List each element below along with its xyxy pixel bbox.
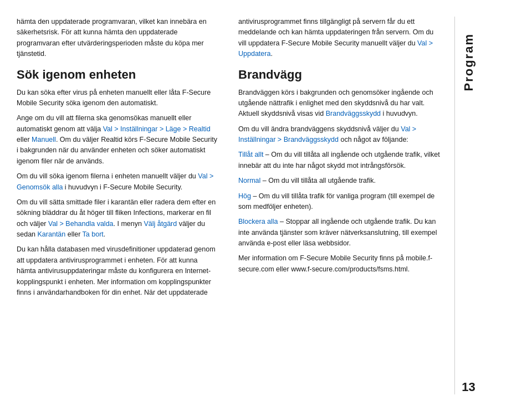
link-val-installningar-brandvaggsskydd: Val > Inställningar > Brandväggsskydd bbox=[238, 125, 416, 143]
section1-p3: Om du vill söka igenom filerna i enheten… bbox=[17, 171, 217, 193]
link-valj-atgard: Välj åtgärd bbox=[144, 220, 177, 228]
section2-title: Brandvägg bbox=[238, 68, 443, 82]
left-column: hämta den uppdaterade programvaran, vilk… bbox=[17, 17, 233, 394]
item-blockera-alla: Blockera alla – Stoppar all ingående och… bbox=[238, 217, 443, 249]
section1-p5: Du kan hålla databasen med virusdefiniti… bbox=[17, 244, 217, 298]
right-column: antivirusprogrammet finns tillgängligt p… bbox=[233, 17, 449, 394]
section2-p1: Brandväggen körs i bakgrunden och genoms… bbox=[238, 88, 443, 120]
link-brandvaggsskydd: Brandväggsskydd bbox=[326, 110, 381, 117]
section1-p2: Ange om du vill att filerna ska genomsök… bbox=[17, 113, 217, 167]
item-tillat-allt: Tillåt allt – Om du vill tillåta all ing… bbox=[238, 150, 443, 171]
link-val-installningar-lage: Val > Inställningar > Läge > Realtid bbox=[103, 125, 211, 133]
link-val-behandla-valda: Val > Behandla valda bbox=[48, 220, 114, 228]
footer-text: Mer information om F-Secure Mobile Secur… bbox=[238, 253, 443, 275]
section1-p4: Om du vill sätta smittade filer i karant… bbox=[17, 197, 217, 240]
item-normal-label: Normal bbox=[238, 177, 260, 184]
intro-paragraph: hämta den uppdaterade programvaran, vilk… bbox=[17, 17, 217, 60]
sidebar: Program 13 bbox=[454, 17, 482, 394]
section2-p2: Om du vill ändra brandväggens skyddsnivå… bbox=[238, 124, 443, 146]
link-ta-bort: Ta bort bbox=[83, 230, 104, 238]
sidebar-label: Program bbox=[462, 33, 476, 91]
right-intro: antivirusprogrammet finns tillgängligt p… bbox=[238, 17, 443, 60]
page-number: 13 bbox=[462, 380, 475, 394]
link-val-genomsok-alla: Val > Genomsök alla bbox=[17, 172, 213, 191]
link-manuell: Manuell bbox=[32, 136, 56, 143]
link-karantan: Karantän bbox=[38, 230, 66, 238]
item-normal: Normal – Om du vill tillåta all utgående… bbox=[238, 176, 443, 186]
link-val-uppdatera: Val > Uppdatera bbox=[238, 39, 433, 58]
page-container: hämta den uppdaterade programvaran, vilk… bbox=[0, 0, 532, 411]
item-tillat-allt-label: Tillåt allt bbox=[238, 151, 263, 158]
main-content: hämta den uppdaterade programvaran, vilk… bbox=[17, 17, 532, 394]
section1-title: Sök igenom enheten bbox=[17, 68, 217, 82]
item-blockera-alla-label: Blockera alla bbox=[238, 218, 278, 225]
section1-p1: Du kan söka efter virus på enheten manue… bbox=[17, 88, 217, 109]
item-hog-label: Hög bbox=[238, 192, 251, 200]
item-hog: Hög – Om du vill tillåta trafik för vanl… bbox=[238, 191, 443, 213]
